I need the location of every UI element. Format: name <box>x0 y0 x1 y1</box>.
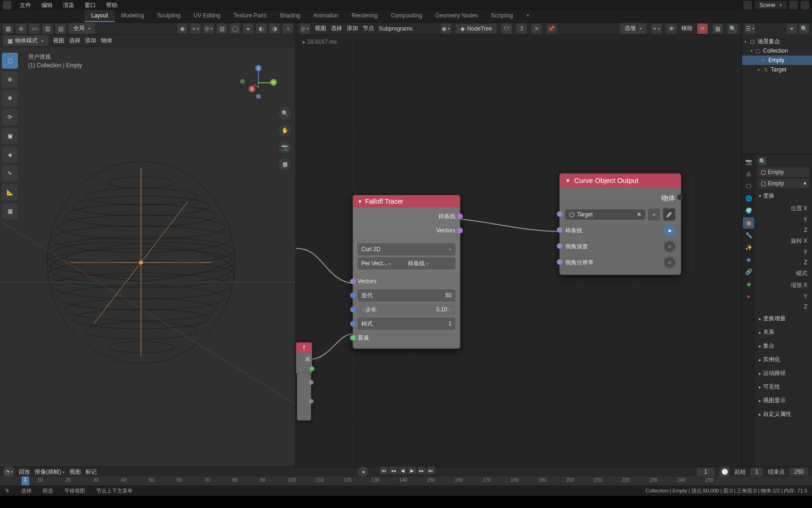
object-mode-selector[interactable]: ▦物体模式 <box>3 35 48 46</box>
out-vectors-socket[interactable] <box>457 228 463 233</box>
properties-body[interactable]: 🔍 ▢Empty ▢Empty▾ ▾变换 位置 X Y Z 旋转 X Y Z 模… <box>755 154 812 467</box>
clock-icon[interactable]: 🕓 <box>719 467 730 477</box>
next-key-button[interactable]: ▸▸ <box>417 467 426 474</box>
shading-solid-icon[interactable]: ● <box>243 24 253 34</box>
tl-view[interactable]: 视图 <box>70 468 81 476</box>
out-spline-socket[interactable] <box>457 214 463 219</box>
ptab-render[interactable]: 📷 <box>743 156 754 167</box>
tab-animation[interactable]: Animation <box>307 10 345 22</box>
scale-y-field[interactable]: Y <box>758 292 809 301</box>
node-falloff-header[interactable]: ▼Falloff Tracer <box>353 195 460 207</box>
obj-in-socket[interactable] <box>557 211 562 217</box>
in-vectors-socket[interactable] <box>350 278 356 284</box>
tool-select-box[interactable]: ▢ <box>2 53 18 69</box>
gizmo-neg-z-icon[interactable] <box>256 94 261 99</box>
ne-snap-icon[interactable]: ⌖ <box>651 24 662 34</box>
view-layer-button-2[interactable] <box>801 1 809 9</box>
tool-measure[interactable]: 📐 <box>2 184 18 200</box>
end-frame-field[interactable]: 250 <box>789 468 808 476</box>
outliner-mode-icon[interactable]: ☰ <box>745 24 755 34</box>
bevel-res-toggle[interactable]: ○ <box>664 257 675 268</box>
menu-help[interactable]: 帮助 <box>102 0 122 10</box>
tool-move[interactable]: ✥ <box>2 90 18 106</box>
zoom-icon[interactable]: 🔍 <box>279 107 291 119</box>
snap-dropdown[interactable]: ⌖ <box>190 24 201 34</box>
tl-keying[interactable]: 抠像(插帧) <box>35 468 65 476</box>
tab-uv[interactable]: UV Editing <box>187 10 227 22</box>
obj-out-socket[interactable] <box>677 194 683 200</box>
jump-start-button[interactable]: ⏮ <box>380 467 388 474</box>
loc-y-field[interactable]: Y <box>758 215 809 224</box>
ne-overlay-icon[interactable]: ▦ <box>712 24 723 34</box>
per-vector-dropdown[interactable]: Per Vect... <box>361 260 405 267</box>
gizmo-z-icon[interactable]: Z <box>255 65 262 71</box>
view-layer-button[interactable] <box>789 1 798 9</box>
ptab-output[interactable]: 🖨 <box>743 168 754 180</box>
section-relations[interactable]: ▸关系 <box>758 326 809 338</box>
vp-menu-select[interactable]: 选择 <box>69 37 80 45</box>
menu-window[interactable]: 窗口 <box>80 0 101 10</box>
current-frame-field[interactable]: 1 <box>697 468 715 476</box>
outliner-target[interactable]: ▸↯Target <box>742 65 812 74</box>
vp-menu-view[interactable]: 视图 <box>53 37 64 45</box>
scale-x-field[interactable]: 缩放 X <box>758 280 809 290</box>
in-mode-socket[interactable] <box>350 321 356 326</box>
spline-type-dropdown[interactable]: 样条线 <box>408 260 452 268</box>
shading-matpr-icon[interactable]: ◐ <box>256 24 266 34</box>
section-collections[interactable]: ▸集合 <box>758 340 809 352</box>
section-motion-paths[interactable]: ▸运动路径 <box>758 367 809 379</box>
spline-toggle[interactable]: ● <box>664 225 675 236</box>
ne-menu-select[interactable]: 选择 <box>331 24 342 32</box>
tab-add[interactable]: + <box>520 10 536 22</box>
mode-field[interactable]: 样式 1 <box>358 318 455 330</box>
scale-z-field[interactable]: Z <box>758 302 809 311</box>
curve-output-header[interactable]: ▼Curve Object Output <box>560 174 681 187</box>
menu-file[interactable]: 文件 <box>15 0 36 10</box>
editor-type-icon[interactable]: ▦ <box>3 24 13 34</box>
bevel-depth-toggle[interactable]: ○ <box>664 241 675 252</box>
gizmo-y-icon[interactable]: Y <box>270 79 277 86</box>
loc-z-field[interactable]: Z <box>758 226 809 234</box>
eyedropper-button[interactable]: 💉 <box>663 208 675 221</box>
persp-icon[interactable]: ▦ <box>279 158 291 170</box>
ptab-object[interactable]: ▣ <box>743 217 754 229</box>
props-crumb-2[interactable]: ▢Empty▾ <box>758 179 809 188</box>
mini-node-2[interactable] <box>297 373 311 421</box>
mini-node-out-socket[interactable] <box>310 366 314 371</box>
ne-auto-update-icon[interactable]: ⟳ <box>697 24 708 34</box>
loc-x-field[interactable]: 位置 X <box>758 204 809 214</box>
play-button[interactable]: ▶ <box>408 467 416 474</box>
shading-options-icon[interactable] <box>282 24 293 34</box>
tab-modeling[interactable]: Modeling <box>115 10 151 22</box>
tab-shading[interactable]: Shading <box>273 10 307 22</box>
outliner-filter-icon[interactable]: ▾ <box>787 24 797 34</box>
ne-translate-icon[interactable]: ✥ <box>666 24 677 34</box>
timeline-ruler[interactable]: 1 10203040506070809010011012013014015016… <box>0 476 812 485</box>
step-increment[interactable]: › <box>447 307 452 312</box>
tool-add-cube[interactable]: ▦ <box>2 203 18 219</box>
section-visibility[interactable]: ▸可见性 <box>758 381 809 393</box>
scene-layer-icon[interactable] <box>743 1 752 9</box>
magnet-icon[interactable]: ◉ <box>177 24 187 34</box>
section-delta[interactable]: ▸变换增量 <box>758 313 809 325</box>
select-mode-3-icon[interactable]: ▤ <box>55 24 66 34</box>
in-iter-socket[interactable] <box>350 293 356 298</box>
ne-menu-add[interactable]: 添加 <box>347 24 358 32</box>
step-field[interactable]: ‹ 步长 ↔ 0.10 › <box>358 303 455 316</box>
outliner-collection[interactable]: ▾▢Collection <box>742 46 812 56</box>
orientation-selector[interactable]: 全局 <box>69 23 95 34</box>
ne-options-dropdown[interactable]: 选项 <box>620 23 647 34</box>
auto-key-icon[interactable]: ● <box>358 467 368 477</box>
tab-layout[interactable]: Layout <box>85 10 115 22</box>
ptab-particles[interactable]: ✨ <box>743 242 754 253</box>
nav-gizmo[interactable]: Z Y X <box>239 65 277 103</box>
tool-cursor[interactable]: ⊕ <box>2 71 18 87</box>
ptab-scene[interactable]: 🌐 <box>743 193 754 204</box>
in-bevel-res-socket[interactable] <box>557 259 562 265</box>
tab-compositing[interactable]: Compositing <box>384 10 429 22</box>
timeline-mode-icon[interactable]: ◔ <box>4 467 14 477</box>
ptab-physics[interactable]: ◉ <box>743 254 754 265</box>
ne-menu-view[interactable]: 视图 <box>315 24 326 32</box>
in-step-socket[interactable] <box>350 307 356 312</box>
vp-menu-object[interactable]: 物体 <box>101 37 112 45</box>
